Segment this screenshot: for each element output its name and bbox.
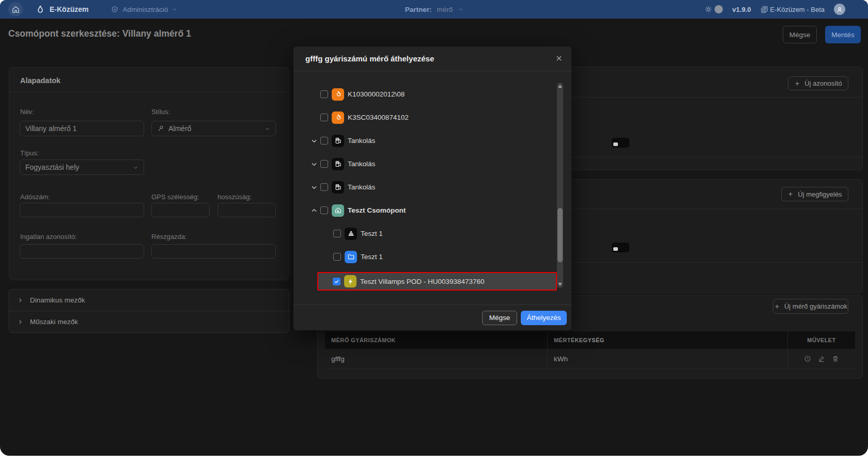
chevron-down-icon: [458, 7, 463, 12]
type-select-value: Fogyasztási hely: [25, 163, 79, 171]
home-icon: [11, 5, 20, 14]
plus-icon: [774, 303, 780, 310]
checkbox[interactable]: [320, 90, 328, 98]
scroll-down-icon[interactable]: [558, 283, 562, 286]
gps-lng-input[interactable]: [218, 203, 276, 217]
divider: [9, 92, 289, 92]
partner-label: Partner:: [405, 6, 432, 13]
user-avatar[interactable]: [834, 4, 845, 15]
style-label: Stílus:: [151, 108, 170, 116]
checkbox[interactable]: [320, 206, 328, 214]
col-header-serial: MÉRŐ GYÁRISZÁMOK: [325, 337, 547, 343]
checkbox-checked[interactable]: [333, 278, 340, 285]
menu-administration[interactable]: Adminisztráció: [111, 6, 177, 13]
tree-item[interactable]: Tankolás: [293, 129, 571, 152]
new-meter-serial-button[interactable]: Új mérő gyáriszámok: [773, 299, 848, 314]
cell-actions: [787, 349, 855, 369]
cancel-button[interactable]: Mégse: [783, 26, 817, 43]
basic-data-card: Alapadatok Név: Stílus: Almérő Típus: Fo…: [9, 67, 289, 280]
checkbox[interactable]: [333, 230, 341, 237]
chevron-down-icon: [133, 165, 138, 170]
col-header-unit: MÉRTÉKEGYSÉG: [547, 331, 787, 349]
chevron-down-icon[interactable]: [311, 161, 318, 168]
tree-item-label: Teszt 1: [361, 253, 383, 261]
cell-serial: gfffg: [325, 355, 547, 363]
part-owner-label: Részgazda:: [151, 233, 187, 241]
name-input[interactable]: [20, 121, 144, 136]
identifier-toggle[interactable]: [612, 138, 629, 148]
chevron-down-icon[interactable]: [311, 137, 318, 145]
checkbox[interactable]: [333, 253, 341, 261]
tree-item-label: Tankolás: [348, 183, 375, 191]
scrollbar-thumb[interactable]: [557, 208, 563, 262]
property-id-input[interactable]: [20, 244, 144, 259]
new-observation-button[interactable]: Új megfigyelés: [781, 187, 848, 201]
chevron-right-icon: [17, 297, 23, 303]
tree-item[interactable]: Teszt 1: [293, 245, 571, 268]
edit-icon[interactable]: [818, 355, 825, 362]
part-owner-input[interactable]: [151, 244, 276, 259]
chevron-up-icon[interactable]: [311, 207, 318, 214]
tree-item[interactable]: K10300002012\08: [293, 83, 571, 106]
col-header-action: MŰVELET: [787, 331, 855, 349]
tax-number-input[interactable]: [20, 203, 144, 217]
modal-title: gfffg gyáriszámú mérő áthelyezése: [305, 54, 434, 63]
version-label: v1.9.0: [732, 6, 751, 13]
style-select[interactable]: Almérő: [151, 121, 276, 136]
checkbox[interactable]: [320, 114, 328, 121]
modal-cancel-button[interactable]: Mégse: [482, 311, 517, 325]
checkbox[interactable]: [320, 160, 328, 168]
scroll-up-icon[interactable]: [558, 85, 562, 88]
observation-toggle[interactable]: [612, 243, 629, 252]
badge-icon: [111, 6, 118, 13]
modal-scrollbar[interactable]: [557, 83, 563, 288]
section-dynamic-fields[interactable]: Dinamikus mezők: [9, 290, 289, 311]
type-select[interactable]: Fogyasztási hely: [20, 159, 144, 175]
new-identifier-button-label: Új azonosító: [804, 79, 842, 87]
fuel-pump-icon: [332, 135, 344, 147]
brand-name: E-Közüzem: [50, 5, 88, 13]
chevron-right-icon: [17, 319, 23, 325]
tree-item[interactable]: Tankolás: [293, 152, 571, 175]
checkbox[interactable]: [320, 183, 328, 191]
modal-cancel-label: Mégse: [489, 314, 510, 322]
fire-icon: [332, 88, 344, 101]
pyramid-icon: [345, 228, 357, 240]
delete-icon[interactable]: [832, 355, 839, 362]
move-meter-modal: gfffg gyáriszámú mérő áthelyezése K10300…: [293, 46, 571, 330]
save-button[interactable]: Mentés: [825, 26, 861, 43]
environment-label: E-Közüzem - Beta: [770, 6, 825, 13]
plus-icon: [794, 81, 800, 87]
modal-confirm-button[interactable]: Áthelyezés: [521, 311, 567, 325]
screen: E-Közüzem Adminisztráció Partner: mérő: [0, 0, 868, 464]
close-icon[interactable]: [555, 54, 563, 62]
history-icon[interactable]: [804, 355, 811, 362]
tax-number-label: Adószám:: [20, 193, 50, 201]
section-dynamic-fields-label: Dinamikus mezők: [30, 296, 85, 304]
tree-item[interactable]: Teszt 1: [293, 222, 571, 245]
gps-lat-input[interactable]: [151, 203, 210, 217]
partner-selector[interactable]: Partner: mérő: [405, 0, 463, 19]
basic-data-title: Alapadatok: [20, 76, 60, 85]
theme-toggle[interactable]: [715, 5, 723, 13]
tree-item-selected[interactable]: Teszt Villamps POD - HU003938473760: [317, 272, 557, 291]
pin-icon: [157, 125, 164, 132]
meter-serials-table: MÉRŐ GYÁRISZÁMOK MÉRTÉKEGYSÉG MŰVELET gf…: [325, 331, 855, 369]
chevron-down-icon[interactable]: [311, 184, 318, 191]
eco-home-icon: [332, 204, 344, 217]
new-meter-serial-button-label: Új mérő gyáriszámok: [784, 302, 847, 310]
partner-value: mérő: [437, 6, 453, 13]
section-technical-fields[interactable]: Műszaki mezők: [9, 311, 289, 332]
tree-item[interactable]: K3SC03400874102: [293, 106, 571, 129]
tree-item[interactable]: Teszt Csomópont: [293, 199, 571, 222]
new-identifier-button[interactable]: Új azonosító: [788, 76, 848, 90]
fuel-pump-icon: [332, 181, 344, 194]
home-button[interactable]: [8, 2, 23, 17]
checkbox[interactable]: [320, 137, 328, 145]
style-select-value: Almérő: [168, 124, 191, 133]
gps-lat-label: GPS szélesség:: [151, 193, 199, 201]
tree-item[interactable]: Tankolás: [293, 175, 571, 199]
chevron-down-icon: [265, 126, 270, 132]
tree-item-label: Tankolás: [348, 160, 375, 168]
cell-unit: kWh: [547, 349, 787, 369]
